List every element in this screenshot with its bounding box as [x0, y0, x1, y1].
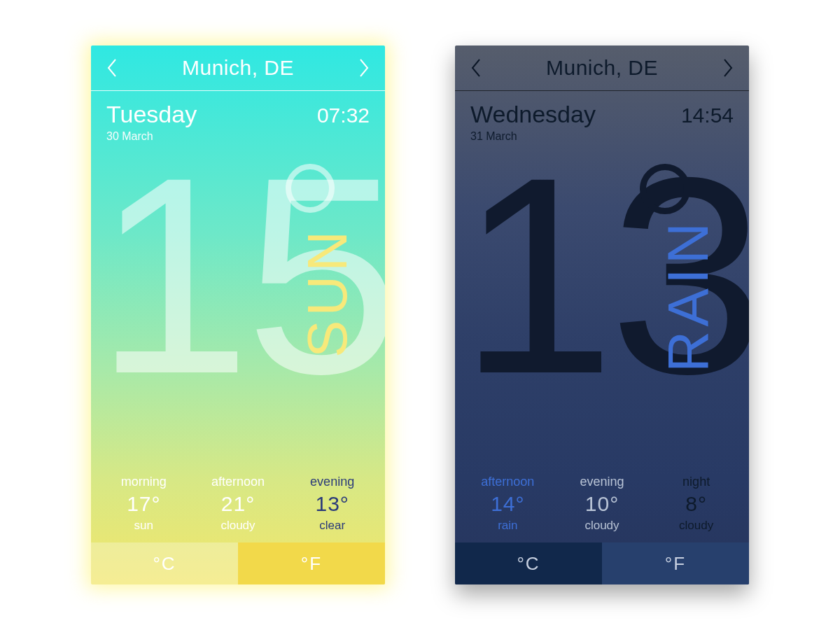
forecast-temp: 13°	[315, 492, 349, 516]
forecast-slot: evening 10° cloudy	[564, 475, 640, 533]
unit-celsius-button[interactable]: °C	[455, 542, 602, 584]
chevron-left-icon	[106, 59, 118, 77]
forecast-desc: cloudy	[220, 519, 255, 533]
forecast-part-label: evening	[580, 475, 624, 489]
chevron-right-icon	[722, 59, 734, 77]
forecast-temp: 14°	[491, 492, 524, 516]
unit-fahrenheit-button[interactable]: °F	[238, 542, 385, 584]
forecast-row: morning 17° sun afternoon 21° cloudy eve…	[91, 475, 385, 542]
forecast-temp: 17°	[127, 492, 160, 516]
current-conditions: 13 RAIN	[455, 143, 749, 475]
location-header: Munich, DE	[91, 46, 385, 91]
location-label: Munich, DE	[546, 56, 658, 80]
chevron-right-icon	[358, 59, 370, 77]
forecast-slot: afternoon 21° cloudy	[200, 475, 276, 533]
unit-celsius-button[interactable]: °C	[91, 542, 238, 584]
forecast-desc: sun	[134, 519, 153, 533]
next-location-button[interactable]	[718, 58, 738, 78]
forecast-part-label: afternoon	[211, 475, 265, 489]
degree-icon	[286, 164, 335, 213]
forecast-part-label: night	[682, 475, 710, 489]
unit-toggle: °C °F	[455, 542, 749, 584]
next-location-button[interactable]	[354, 58, 374, 78]
forecast-temp: 21°	[221, 492, 255, 516]
forecast-part-label: afternoon	[481, 475, 534, 489]
forecast-slot: morning 17° sun	[105, 475, 182, 533]
weather-card-light: Munich, DE Tuesday 30 March 07:32 15 SUN…	[91, 46, 385, 584]
forecast-desc: clear	[319, 519, 345, 533]
weather-card-dark: Munich, DE Wednesday 31 March 14:54 13 R…	[455, 46, 749, 584]
condition-label: SUN	[295, 227, 360, 358]
degree-icon	[640, 164, 690, 214]
app-canvas: Munich, DE Tuesday 30 March 07:32 15 SUN…	[0, 0, 840, 630]
current-conditions: 15 SUN	[91, 143, 385, 475]
forecast-part-label: morning	[121, 475, 167, 489]
condition-label: RAIN	[655, 218, 721, 372]
forecast-temp: 8°	[685, 492, 707, 516]
chevron-left-icon	[470, 59, 482, 77]
forecast-temp: 10°	[585, 492, 619, 516]
location-label: Munich, DE	[182, 56, 294, 80]
forecast-slot: night 8° cloudy	[658, 475, 735, 533]
prev-location-button[interactable]	[466, 58, 486, 78]
forecast-part-label: evening	[310, 475, 354, 489]
unit-fahrenheit-button[interactable]: °F	[602, 542, 749, 584]
forecast-desc: cloudy	[679, 519, 713, 533]
forecast-row: afternoon 14° rain evening 10° cloudy ni…	[455, 475, 749, 542]
forecast-slot: evening 13° clear	[294, 475, 371, 533]
forecast-slot: afternoon 14° rain	[469, 475, 546, 533]
prev-location-button[interactable]	[102, 58, 122, 78]
location-header: Munich, DE	[455, 46, 749, 91]
forecast-desc: cloudy	[584, 519, 619, 533]
forecast-desc: rain	[498, 519, 517, 533]
unit-toggle: °C °F	[91, 542, 385, 584]
